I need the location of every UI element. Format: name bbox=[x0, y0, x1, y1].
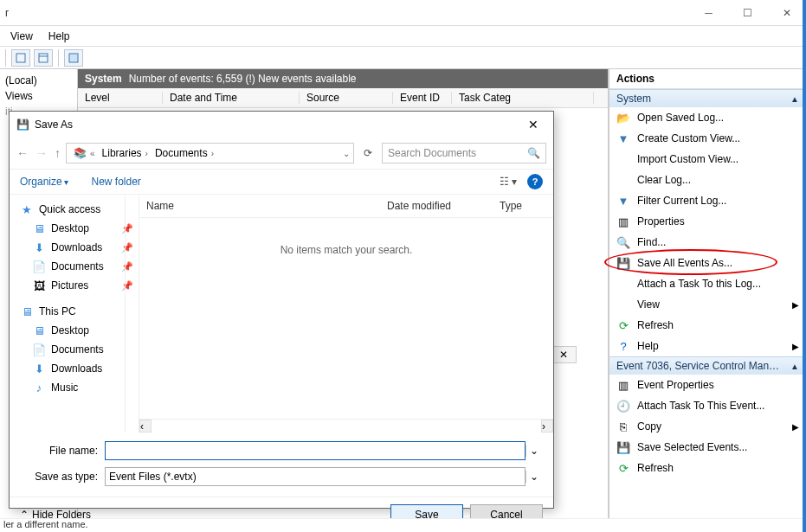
action-create-custom-view[interactable]: ▼Create Custom View... bbox=[609, 128, 806, 149]
chevron-right-icon: ▶ bbox=[792, 342, 799, 351]
action-properties[interactable]: ▥Properties bbox=[609, 211, 806, 232]
actions-pane: Actions System▲ 📂Open Saved Log... ▼Crea… bbox=[609, 69, 806, 519]
tree-scrollbar[interactable] bbox=[125, 195, 137, 433]
actions-group-event[interactable]: Event 7036, Service Control Mana...▲ bbox=[609, 356, 806, 375]
find-icon: 🔍 bbox=[616, 235, 630, 249]
svg-rect-0 bbox=[16, 54, 25, 62]
action-save-selected[interactable]: 💾Save Selected Events... bbox=[609, 437, 806, 458]
action-save-all-events[interactable]: 💾Save All Events As... bbox=[609, 253, 806, 273]
action-clear-log[interactable]: Clear Log... bbox=[609, 170, 806, 190]
empty-message: No items match your search. bbox=[139, 218, 553, 419]
toolbar-icon-2[interactable] bbox=[34, 49, 53, 67]
svg-rect-1 bbox=[39, 54, 48, 62]
toolbar-icon-1[interactable] bbox=[11, 49, 30, 67]
save-as-dialog: 💾 Save As ✕ ← → ↑ 📚« Libraries› Document… bbox=[9, 111, 554, 509]
tree-quick-access[interactable]: ★Quick access bbox=[10, 200, 139, 219]
desktop-icon: 🖥 bbox=[32, 221, 46, 235]
crumb-dropdown-icon[interactable]: ⌄ bbox=[343, 149, 350, 158]
nav-views[interactable]: Views bbox=[5, 88, 72, 104]
actions-group-system[interactable]: System▲ bbox=[609, 89, 806, 107]
nav-local[interactable]: (Local) bbox=[5, 73, 72, 88]
col-name[interactable]: Name bbox=[139, 195, 380, 217]
filename-dropdown[interactable]: ⌄ bbox=[526, 445, 541, 457]
funnel-icon: ▼ bbox=[616, 131, 630, 145]
close-button[interactable]: ✕ bbox=[767, 0, 806, 26]
refresh-icon: ⟳ bbox=[616, 461, 630, 475]
pane-close-button[interactable]: ✕ bbox=[551, 346, 577, 363]
search-input[interactable]: Search Documents 🔍 bbox=[382, 143, 546, 163]
tree-downloads[interactable]: ⬇Downloads📌 bbox=[10, 238, 139, 257]
tree-this-pc[interactable]: 🖥This PC bbox=[10, 302, 139, 321]
maximize-button[interactable]: ☐ bbox=[728, 0, 767, 26]
savetype-dropdown[interactable]: ⌄ bbox=[526, 471, 541, 483]
tree-desktop[interactable]: 🖥Desktop📌 bbox=[10, 219, 139, 238]
toolbar bbox=[0, 47, 806, 69]
filename-label: File name: bbox=[22, 445, 105, 457]
actions-title: Actions bbox=[609, 69, 806, 89]
music-icon: ♪ bbox=[32, 381, 46, 394]
action-find[interactable]: 🔍Find... bbox=[609, 232, 806, 253]
status-bar: ler a different name. bbox=[0, 518, 806, 532]
pictures-icon: 🖼 bbox=[32, 279, 46, 292]
action-event-properties[interactable]: ▥Event Properties bbox=[609, 375, 806, 395]
event-count: Number of events: 6,559 (!) New events a… bbox=[129, 73, 357, 85]
log-name: System bbox=[85, 73, 122, 85]
nav-fwd-button[interactable]: → bbox=[35, 146, 48, 160]
tree-downloads-2[interactable]: ⬇Downloads bbox=[10, 359, 139, 378]
nav-refresh-button[interactable]: ⟳ bbox=[359, 147, 377, 159]
action-import-custom-view[interactable]: Import Custom View... bbox=[609, 149, 806, 170]
col-taskcat[interactable]: Task Categ bbox=[459, 92, 594, 104]
action-help[interactable]: ?Help▶ bbox=[609, 336, 806, 356]
action-filter-log[interactable]: ▼Filter Current Log... bbox=[609, 190, 806, 211]
dialog-fields: File name: ⌄ Save as type: Event Files (… bbox=[10, 433, 553, 497]
folder-tree: ★Quick access 🖥Desktop📌 ⬇Downloads📌 📄Doc… bbox=[10, 195, 139, 433]
action-refresh-2[interactable]: ⟳Refresh bbox=[609, 458, 806, 478]
action-copy[interactable]: ⎘Copy▶ bbox=[609, 416, 806, 437]
toolbar-icon-3[interactable] bbox=[64, 49, 83, 67]
nav-up-button[interactable]: ↑ bbox=[55, 146, 61, 160]
savetype-select[interactable]: Event Files (*.evtx) bbox=[105, 467, 526, 486]
dialog-title: Save As bbox=[35, 119, 73, 131]
downloads-icon: ⬇ bbox=[32, 240, 46, 254]
col-date-modified[interactable]: Date modified bbox=[380, 195, 493, 217]
col-source[interactable]: Source bbox=[306, 92, 393, 104]
action-attach-task-event[interactable]: 🕘Attach Task To This Event... bbox=[609, 395, 806, 416]
tree-documents[interactable]: 📄Documents📌 bbox=[10, 257, 139, 276]
breadcrumb[interactable]: 📚« Libraries› Documents› ⌄ bbox=[66, 143, 354, 163]
collapse-icon: ▲ bbox=[790, 94, 799, 104]
tree-pictures[interactable]: 🖼Pictures📌 bbox=[10, 276, 139, 295]
filename-input[interactable] bbox=[105, 441, 526, 460]
help-button[interactable]: ? bbox=[527, 174, 543, 189]
organize-menu[interactable]: Organize bbox=[20, 176, 68, 188]
dialog-close-button[interactable]: ✕ bbox=[520, 118, 546, 131]
col-eventid[interactable]: Event ID bbox=[400, 92, 452, 104]
minimize-button[interactable]: ─ bbox=[689, 0, 728, 26]
dialog-toolbar: Organize New folder ☷ ▾ ? bbox=[10, 169, 553, 195]
list-h-scrollbar[interactable]: ‹› bbox=[139, 419, 553, 433]
chevron-right-icon: ▶ bbox=[792, 422, 799, 432]
dialog-icon: 💾 bbox=[16, 119, 29, 131]
col-type[interactable]: Type bbox=[493, 195, 553, 217]
save-icon: 💾 bbox=[616, 256, 630, 270]
tree-desktop-2[interactable]: 🖥Desktop bbox=[10, 321, 139, 340]
tree-music[interactable]: ♪Music bbox=[10, 378, 139, 397]
menu-help[interactable]: Help bbox=[43, 29, 75, 44]
new-folder-button[interactable]: New folder bbox=[91, 176, 140, 188]
folder-icon: 📂 bbox=[616, 111, 630, 125]
pc-icon: 🖥 bbox=[20, 304, 34, 318]
dialog-navbar: ← → ↑ 📚« Libraries› Documents› ⌄ ⟳ Searc… bbox=[10, 138, 553, 169]
title-text: r bbox=[0, 7, 689, 19]
col-level[interactable]: Level bbox=[85, 92, 163, 104]
menu-view[interactable]: View bbox=[5, 29, 38, 44]
search-placeholder: Search Documents bbox=[388, 147, 476, 159]
documents-icon: 📄 bbox=[32, 343, 46, 356]
action-open-saved-log[interactable]: 📂Open Saved Log... bbox=[609, 107, 806, 128]
action-refresh[interactable]: ⟳Refresh bbox=[609, 315, 806, 336]
action-attach-task[interactable]: Attach a Task To this Log... bbox=[609, 273, 806, 294]
view-mode-button[interactable]: ☷ ▾ bbox=[500, 176, 517, 188]
tree-documents-2[interactable]: 📄Documents bbox=[10, 340, 139, 359]
svg-rect-3 bbox=[69, 54, 78, 62]
action-view[interactable]: View▶ bbox=[609, 294, 806, 315]
nav-back-button[interactable]: ← bbox=[16, 146, 29, 160]
col-date[interactable]: Date and Time bbox=[170, 92, 300, 104]
